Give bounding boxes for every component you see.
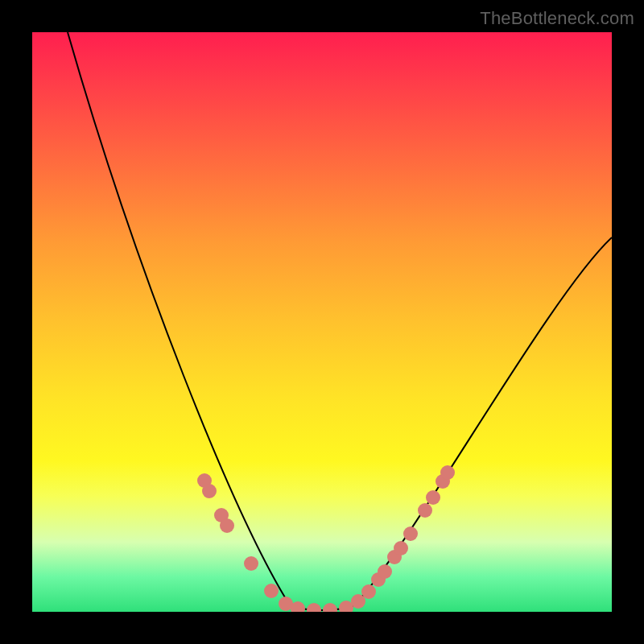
chart-frame: TheBottleneck.com: [0, 0, 644, 644]
data-marker: [440, 465, 455, 480]
watermark-text: TheBottleneck.com: [480, 8, 634, 29]
data-marker: [378, 564, 392, 579]
data-marker: [202, 484, 217, 498]
data-marker: [307, 603, 321, 612]
curve-layer: [68, 32, 612, 610]
bottleneck-curve: [68, 32, 612, 610]
data-marker: [361, 584, 376, 599]
data-marker: [418, 503, 432, 518]
data-marker: [394, 541, 408, 555]
chart-svg: [32, 32, 612, 612]
data-marker: [426, 490, 440, 505]
marker-layer: [197, 465, 455, 612]
plot-area: [32, 32, 612, 612]
data-marker: [220, 518, 234, 533]
data-marker: [244, 556, 258, 571]
data-marker: [323, 603, 337, 612]
data-marker: [403, 526, 418, 541]
data-marker: [264, 584, 279, 598]
